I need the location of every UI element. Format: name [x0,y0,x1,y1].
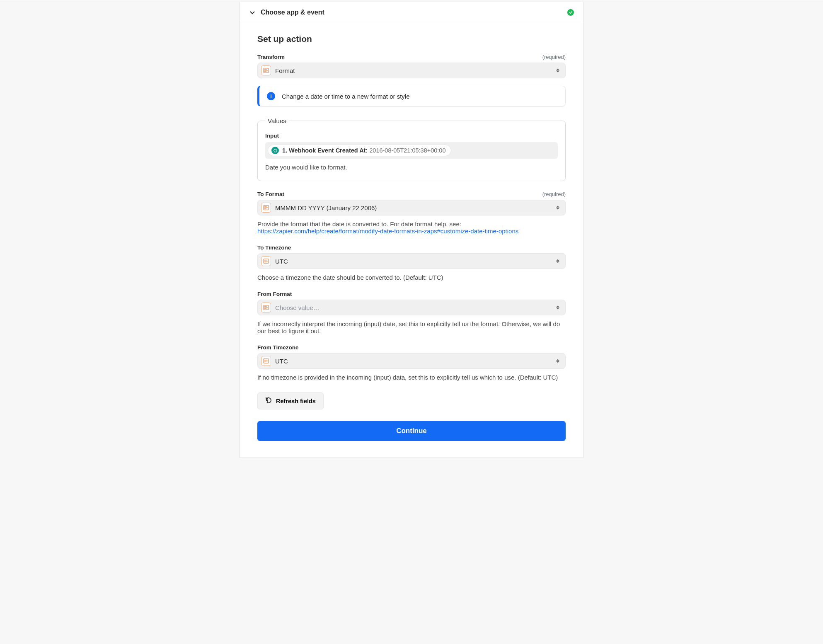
from-timezone-label: From Timezone [257,344,299,351]
to-format-hint: Provide the format that the date is conv… [257,220,566,235]
sort-caret-icon [556,359,559,363]
sort-caret-icon [556,259,559,263]
from-timezone-hint: If no timezone is provided in the incomi… [257,374,566,381]
format-help-link[interactable]: https://zapier.com/help/create/format/mo… [257,228,518,235]
chevron-down-icon [249,9,256,16]
sort-caret-icon [556,306,559,310]
pill-label: 1. Webhook Event Created At: [282,147,368,154]
input-hint: Date you would like to format. [265,164,558,171]
from-format-select[interactable]: Choose value… [257,300,566,315]
to-format-select[interactable]: MMMM DD YYYY (January 22 2006) [257,200,566,215]
info-banner: i Change a date or time to a new format … [257,86,566,107]
values-fieldset: Values Input ⎔ 1. Webhook Event Created … [257,117,566,181]
sort-caret-icon [556,206,559,210]
action-panel: Choose app & event Set up action Transfo… [240,2,583,458]
to-format-value: MMMM DD YYYY (January 22 2006) [275,204,377,211]
refresh-label: Refresh fields [276,398,316,404]
format-app-icon [261,256,271,266]
section-title: Set up action [257,34,566,44]
to-timezone-hint: Choose a timezone the date should be con… [257,274,566,281]
from-format-label: From Format [257,291,292,297]
info-text: Change a date or time to a new format or… [282,93,410,100]
required-tag: (required) [542,54,566,60]
refresh-icon [265,397,272,405]
input-label: Input [265,133,558,139]
refresh-fields-button[interactable]: Refresh fields [257,392,324,409]
format-app-icon [261,356,271,366]
from-format-placeholder: Choose value… [275,304,320,311]
values-legend: Values [265,117,289,124]
transform-label: Transform [257,54,285,60]
continue-button[interactable]: Continue [257,421,566,441]
from-timezone-value: UTC [275,358,288,365]
pill-value: 2016-08-05T21:05:38+00:00 [369,147,445,154]
sort-caret-icon [556,69,559,73]
format-app-icon [261,303,271,312]
info-icon: i [267,92,275,100]
transform-value: Format [275,67,295,74]
to-timezone-label: To Timezone [257,245,291,251]
format-app-icon [261,203,271,213]
panel-header[interactable]: Choose app & event [240,2,583,23]
input-field[interactable]: ⎔ 1. Webhook Event Created At: 2016-08-0… [265,142,558,159]
success-check-icon [567,9,574,16]
to-format-label: To Format [257,191,284,197]
panel-title: Choose app & event [261,9,324,16]
format-app-icon [261,65,271,75]
from-format-hint: If we incorrectly interpret the incoming… [257,320,566,334]
required-tag: (required) [542,191,566,197]
input-value-pill[interactable]: ⎔ 1. Webhook Event Created At: 2016-08-0… [268,145,451,156]
webhook-step-icon: ⎔ [271,147,279,154]
to-timezone-select[interactable]: UTC [257,253,566,269]
transform-select[interactable]: Format [257,63,566,78]
to-timezone-value: UTC [275,258,288,265]
from-timezone-select[interactable]: UTC [257,353,566,369]
